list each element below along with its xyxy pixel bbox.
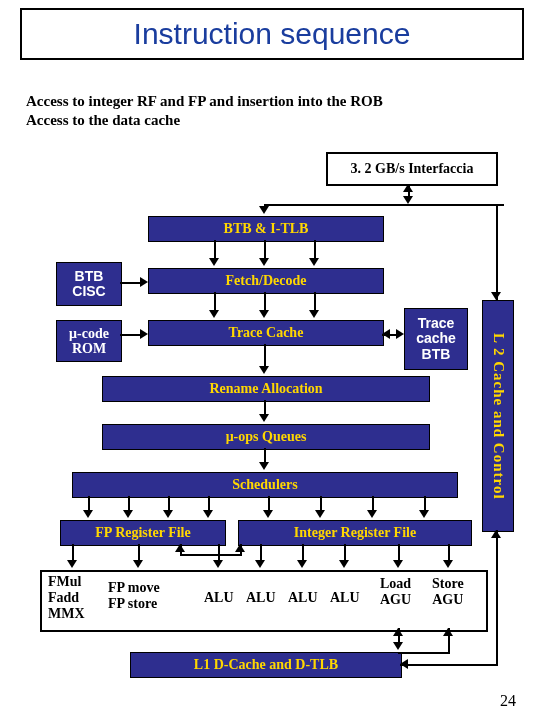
exec-mmx: MMX (48, 606, 85, 621)
schedulers-label: Schedulers (232, 477, 297, 493)
block-rename: Rename Allocation (102, 376, 430, 402)
exec-col2: FP move FP store (108, 580, 160, 612)
exec-fmul: FMul (48, 574, 81, 589)
l2-label: L 2 Cache and Control (490, 333, 507, 500)
exec-alu3: ALU (288, 590, 318, 606)
title-box: Instruction sequence (20, 8, 524, 60)
tcb-l2: cache (416, 331, 456, 346)
exec-col1: FMul Fadd MMX (48, 574, 98, 622)
block-l1d: L1 D-Cache and D-TLB (130, 652, 402, 678)
block-int-rf: Integer Register File (238, 520, 472, 546)
block-fetch-decode: Fetch/Decode (148, 268, 384, 294)
ucode-l1: μ-code (69, 326, 109, 341)
block-btb-itlb: BTB & I-TLB (148, 216, 384, 242)
block-trace-cache: Trace Cache (148, 320, 384, 346)
exec-fadd: Fadd (48, 590, 79, 605)
exec-load: Load AGU (380, 576, 411, 608)
int-rf-label: Integer Register File (294, 525, 416, 541)
block-btb-cisc: BTB CISC (56, 262, 122, 306)
exec-fpmove: FP move (108, 580, 160, 595)
bandwidth-label: 3. 2 GB/s Interfaccia (326, 152, 498, 186)
btb-itlb-label: BTB & I-TLB (224, 221, 309, 237)
page-title: Instruction sequence (134, 17, 411, 51)
exec-store-lbl: Store (432, 576, 464, 591)
exec-alu2: ALU (246, 590, 276, 606)
rename-label: Rename Allocation (209, 381, 322, 397)
bandwidth-text: 3. 2 GB/s Interfaccia (351, 161, 474, 177)
tcb-l3: BTB (422, 347, 451, 362)
exec-alu1: ALU (204, 590, 234, 606)
fetch-decode-label: Fetch/Decode (226, 273, 307, 289)
trace-cache-label: Trace Cache (229, 325, 304, 341)
page-number: 24 (500, 692, 516, 710)
tcb-l1: Trace (418, 316, 455, 331)
subtitle-line1: Access to integer RF and FP and insertio… (26, 93, 383, 109)
subtitle-line2: Access to the data cache (26, 112, 180, 128)
subtitle: Access to integer RF and FP and insertio… (26, 92, 383, 130)
exec-store: Store AGU (432, 576, 464, 608)
block-uops-queues: μ-ops Queues (102, 424, 430, 450)
exec-alu4: ALU (330, 590, 360, 606)
ucode-l2: ROM (72, 341, 106, 356)
btb-cisc-l1: BTB (75, 269, 104, 284)
exec-agu1: AGU (380, 592, 411, 607)
exec-load-lbl: Load (380, 576, 411, 591)
block-trace-cache-btb: Trace cache BTB (404, 308, 468, 370)
block-ucode-rom: μ-code ROM (56, 320, 122, 362)
block-fp-rf: FP Register File (60, 520, 226, 546)
uops-queues-label: μ-ops Queues (226, 429, 307, 445)
block-l2: L 2 Cache and Control (482, 300, 514, 532)
block-schedulers: Schedulers (72, 472, 458, 498)
exec-agu2: AGU (432, 592, 463, 607)
btb-cisc-l2: CISC (72, 284, 105, 299)
exec-fpstore: FP store (108, 596, 157, 611)
l1d-label: L1 D-Cache and D-TLB (194, 657, 338, 673)
fp-rf-label: FP Register File (95, 525, 190, 541)
